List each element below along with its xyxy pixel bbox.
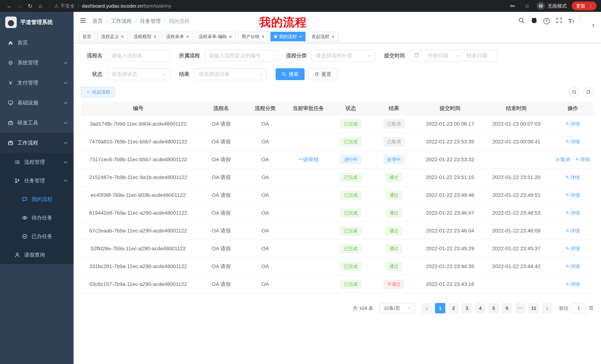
detail-link[interactable]: ✎详情: [566, 263, 580, 270]
detail-link[interactable]: ✎详情: [566, 228, 580, 234]
detail-link[interactable]: ✎详情: [566, 174, 580, 181]
bookmark-star-icon[interactable]: ☆: [522, 1, 532, 11]
cell-submit-time: 2022-01-22 23:53:32: [419, 151, 481, 168]
help-icon[interactable]: ?: [543, 18, 550, 24]
not-secure-warning[interactable]: ⚠ 不安全: [54, 3, 75, 9]
table-header-row: 编号 流程名 流程分类 当前审批任务 状态 结果 提交时间 结束时间 操作: [81, 102, 594, 115]
browser-menu-icon[interactable]: ⋮: [588, 3, 594, 9]
search-button[interactable]: 搜索: [276, 68, 305, 80]
total-count: 共 104 条: [353, 305, 373, 312]
cell-category: OA: [247, 115, 283, 133]
detail-link[interactable]: ✎详情: [566, 192, 580, 199]
close-icon[interactable]: ×: [262, 34, 264, 39]
tab[interactable]: 流程表单 ×: [162, 32, 193, 41]
update-button[interactable]: 更新 ⋮: [572, 1, 597, 10]
sidebar-item-todo-tasks[interactable]: 待办任务: [0, 209, 74, 227]
close-icon[interactable]: ×: [186, 34, 189, 39]
sidebar-item-payment[interactable]: ¥ 支付管理: [0, 73, 74, 93]
fullscreen-icon[interactable]: [556, 17, 562, 25]
calendar-icon: [414, 52, 419, 59]
github-icon[interactable]: [531, 17, 538, 25]
sidebar-item-infrastructure[interactable]: 基础设施: [0, 93, 74, 113]
tab[interactable]: 用户分组 ×: [238, 32, 268, 41]
cell-submit-time: 2022-01-22 23:51:15: [419, 168, 481, 186]
tab[interactable]: 流程模型 ×: [130, 32, 160, 41]
prev-page-button[interactable]: ‹: [421, 303, 432, 313]
tab[interactable]: 发起流程 ×: [308, 32, 338, 41]
reset-button[interactable]: 重置: [308, 68, 337, 80]
tab[interactable]: 我的流程 ×: [270, 32, 306, 41]
cell-category: OA: [247, 186, 283, 204]
search-icon[interactable]: [518, 17, 525, 25]
page-button[interactable]: ···: [515, 303, 526, 313]
page-size-select[interactable]: 10条/页: [379, 303, 415, 313]
breadcrumb-task-management[interactable]: 任务管理: [140, 18, 161, 25]
breadcrumb-workflow[interactable]: 工作流程: [111, 18, 132, 25]
sidebar-item-leave-query[interactable]: 请假查询: [0, 246, 74, 264]
sidebar-item-my-process[interactable]: 我的流程: [0, 190, 74, 209]
detail-link[interactable]: ✎详情: [566, 139, 580, 145]
breadcrumb-home[interactable]: 首页: [92, 18, 103, 25]
status-select[interactable]: 请选择状态: [107, 68, 170, 80]
cell-end-time: 2022-01-22 23:49:51: [481, 186, 552, 204]
create-process-button[interactable]: ＋ 发起流程: [81, 87, 115, 97]
avatar[interactable]: [580, 14, 581, 22]
reload-icon[interactable]: ↻: [25, 1, 35, 11]
close-icon[interactable]: ×: [229, 34, 232, 39]
result-select[interactable]: 请选择流结果: [194, 68, 267, 80]
tab[interactable]: 首页: [79, 32, 95, 41]
table-row: 03c6c157-7b9a-11ec-a290-acde48001122 OA …: [81, 275, 594, 293]
collapse-sidebar-icon[interactable]: [80, 17, 87, 25]
process-definition-input[interactable]: [204, 50, 277, 62]
jump-page-input[interactable]: [571, 303, 586, 313]
home-icon[interactable]: ⌂: [36, 1, 45, 11]
detail-link[interactable]: ✎详情: [566, 210, 580, 216]
page-button[interactable]: 5: [489, 303, 499, 313]
cell-id: 03c6c157-7b9a-11ec-a290-acde48001122: [81, 275, 195, 293]
show-search-button[interactable]: [569, 87, 580, 97]
close-icon[interactable]: ×: [121, 34, 124, 39]
page-button[interactable]: 6: [502, 303, 512, 313]
process-name-input[interactable]: [107, 50, 170, 62]
detail-link[interactable]: ✎详情: [566, 121, 580, 127]
category-select[interactable]: 请选择流程分类: [311, 50, 375, 62]
sidebar-item-process-management[interactable]: 流程管理: [0, 153, 74, 172]
close-icon[interactable]: ×: [331, 34, 334, 39]
page-button[interactable]: 11: [529, 303, 539, 313]
user-menu[interactable]: ▼: [580, 15, 595, 28]
font-size-icon[interactable]: TT: [568, 18, 574, 24]
page-button[interactable]: 4: [475, 303, 485, 313]
refresh-button[interactable]: [583, 87, 594, 97]
close-icon[interactable]: ×: [154, 34, 156, 39]
address-bar[interactable]: ⚠ 不安全 dashboard.yudao.iocoder.cn/bpm/tas…: [54, 3, 507, 9]
page-button[interactable]: 1: [435, 303, 445, 313]
sidebar-item-done-tasks[interactable]: 已办任务: [0, 227, 74, 246]
sidebar-item-system[interactable]: ⚙ 系统管理: [0, 53, 74, 73]
url-text: dashboard.yudao.iocoder.cn/bpm/task/my: [82, 3, 171, 9]
jump-prefix: 前往: [559, 305, 569, 312]
result-badge: 通过: [386, 173, 402, 182]
date-range-picker[interactable]: 开始日期 - 结束日期: [409, 50, 498, 62]
sidebar-item-workflow[interactable]: 工作流程: [0, 133, 74, 153]
back-icon[interactable]: ←: [4, 1, 14, 11]
cell-submit-time: 2022-01-22 23:45:29: [419, 240, 481, 258]
detail-link[interactable]: ✎详情: [566, 245, 580, 252]
tab[interactable]: 流程定义 ×: [97, 32, 128, 41]
current-task-link[interactable]: 一级审批: [298, 156, 319, 163]
key-icon[interactable]: [508, 1, 517, 11]
home-menu-icon: [7, 39, 14, 46]
tab[interactable]: 流程表单-编辑 ×: [195, 32, 236, 41]
page-button[interactable]: 2: [448, 303, 459, 313]
page-button[interactable]: 3: [462, 303, 472, 313]
sidebar-item-home[interactable]: 首页: [0, 33, 74, 53]
close-icon[interactable]: ×: [299, 34, 302, 39]
chevron-down-icon: [64, 120, 67, 124]
cancel-link[interactable]: ⊘取消: [556, 156, 570, 163]
next-page-button[interactable]: ›: [542, 303, 552, 313]
forward-icon[interactable]: →: [15, 1, 25, 11]
sidebar-item-task-management[interactable]: 任务管理: [0, 172, 74, 190]
sidebar-item-devtools[interactable]: 研发工具: [0, 113, 74, 133]
cell-submit-time: 2022-01-22 23:46:04: [419, 222, 481, 240]
detail-link[interactable]: ✎详情: [575, 156, 590, 163]
detail-link[interactable]: ✎详情: [566, 281, 580, 287]
